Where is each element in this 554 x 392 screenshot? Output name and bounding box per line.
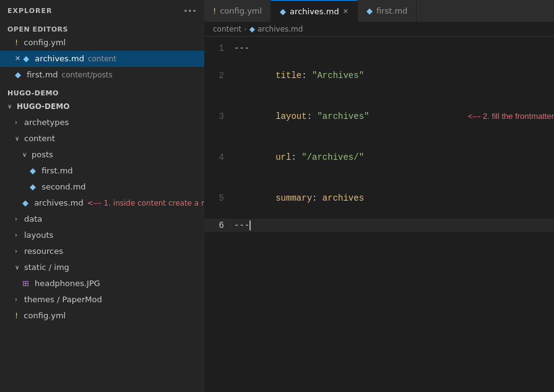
sidebar-item-second-md[interactable]: ◆ second.md bbox=[0, 179, 204, 195]
close-icon[interactable]: ✕ bbox=[15, 52, 20, 66]
open-editor-first-md[interactable]: ◆ first.md content/posts bbox=[0, 67, 204, 83]
code-line-4: 4 url: "/archives/" bbox=[204, 137, 554, 178]
layouts-label: layouts bbox=[24, 229, 53, 242]
chevron-right-icon: › bbox=[15, 229, 22, 242]
tab-first-md[interactable]: ◆ first.md bbox=[358, 0, 417, 22]
tab-first-md-label: first.md bbox=[376, 6, 407, 15]
sidebar-item-posts[interactable]: ∨ posts bbox=[0, 147, 204, 163]
key-summary: summary bbox=[275, 193, 312, 203]
tab-bar: ! config.yml ◆ archives.md ✕ ◆ first.md bbox=[204, 0, 554, 22]
open-editor-archives-md-path: content bbox=[88, 52, 116, 66]
key-url: url bbox=[275, 152, 291, 162]
key-layout: layout bbox=[275, 111, 306, 121]
tab-config-yml-label: config.yml bbox=[220, 6, 262, 15]
sidebar-item-content[interactable]: ∨ content bbox=[0, 131, 204, 147]
root-config-label: config.yml bbox=[21, 309, 66, 323]
md-icon: ◆ bbox=[22, 196, 28, 210]
code-line-3: 3 layout: "archives" <--- 2. fill the fr… bbox=[204, 96, 554, 137]
sidebar-item-archetypes[interactable]: › archetypes bbox=[0, 115, 204, 131]
sidebar-item-archives-md[interactable]: ◆ archives.md <--- 1. inside content cre… bbox=[0, 195, 204, 211]
tab-archives-md[interactable]: ◆ archives.md ✕ bbox=[271, 0, 358, 22]
md-icon: ◆ bbox=[30, 180, 36, 194]
chevron-right-icon: › bbox=[15, 116, 22, 129]
archives-md-label: archives.md bbox=[32, 196, 84, 210]
breadcrumb-sep: › bbox=[244, 25, 247, 33]
chevron-right-icon: › bbox=[15, 245, 22, 258]
chevron-down-icon: ∨ bbox=[15, 132, 22, 146]
warn-icon: ! bbox=[15, 309, 18, 323]
code-line-5: 5 summary: archives bbox=[204, 178, 554, 219]
line-num-4: 4 bbox=[204, 150, 234, 164]
line-num-2: 2 bbox=[204, 69, 234, 82]
line-num-5: 5 bbox=[204, 191, 234, 205]
editor-area: ! config.yml ◆ archives.md ✕ ◆ first.md … bbox=[204, 0, 554, 392]
md-tab-icon2: ◆ bbox=[366, 6, 373, 15]
sidebar-header: Explorer ··· bbox=[0, 0, 204, 22]
sidebar-header-icons: ··· bbox=[184, 5, 197, 17]
sidebar: Explorer ··· Open Editors ! config.yml ✕… bbox=[0, 0, 204, 392]
open-editor-config-yml-name: config.yml bbox=[21, 36, 66, 50]
code-editor[interactable]: 1 --- 2 title: "Archives" 3 layout: "arc… bbox=[204, 37, 554, 392]
sidebar-item-static-img[interactable]: ∨ static / img bbox=[0, 259, 204, 276]
chevron-right-icon: › bbox=[15, 293, 22, 307]
archetypes-label: archetypes bbox=[24, 116, 69, 129]
breadcrumb-content: content bbox=[213, 25, 241, 33]
cursor bbox=[249, 220, 251, 230]
sidebar-item-data[interactable]: › data bbox=[0, 211, 204, 227]
tab-archives-md-label: archives.md bbox=[290, 7, 339, 16]
md-tab-icon: ◆ bbox=[280, 7, 286, 16]
breadcrumb: content › ◆ archives.md bbox=[204, 22, 554, 37]
sidebar-item-root-config[interactable]: ! config.yml bbox=[0, 308, 204, 324]
line-num-6: 6 bbox=[204, 219, 234, 232]
img-icon: ⊞ bbox=[22, 277, 29, 290]
hugo-demo-root-label: HUGO-DEMO bbox=[17, 100, 69, 113]
line-content-4: url: "/archives/" bbox=[234, 137, 554, 178]
val-layout: "archives" bbox=[317, 111, 369, 121]
code-line-1: 1 --- bbox=[204, 41, 554, 55]
content-label: content bbox=[24, 132, 55, 146]
data-label: data bbox=[24, 212, 42, 226]
breadcrumb-md-icon: ◆ bbox=[249, 25, 255, 33]
warn-icon: ! bbox=[15, 36, 18, 50]
sidebar-item-resources[interactable]: › resources bbox=[0, 243, 204, 259]
open-editors-label: Open Editors bbox=[0, 22, 204, 35]
sidebar-item-first-md[interactable]: ◆ first.md bbox=[0, 163, 204, 179]
line-num-3: 3 bbox=[204, 110, 234, 123]
line-num-1: 1 bbox=[204, 41, 234, 55]
val-summary: archives bbox=[322, 193, 364, 203]
chevron-down-icon: ∨ bbox=[22, 148, 30, 162]
code-line-6: 6 --- bbox=[204, 219, 554, 232]
breadcrumb-archives-md: archives.md bbox=[258, 25, 303, 33]
sidebar-item-headphones[interactable]: ⊞ headphones.JPG bbox=[0, 276, 204, 292]
chevron-down-icon: ∨ bbox=[15, 261, 22, 274]
resources-label: resources bbox=[24, 245, 63, 258]
open-editor-first-md-name: first.md bbox=[24, 68, 58, 82]
md-icon: ◆ bbox=[23, 52, 29, 66]
headphones-label: headphones.JPG bbox=[32, 277, 100, 290]
sidebar-item-layouts[interactable]: › layouts bbox=[0, 227, 204, 243]
open-editor-archives-md[interactable]: ✕ ◆ archives.md content bbox=[0, 51, 204, 67]
line-content-6: --- bbox=[234, 219, 554, 232]
open-editor-archives-md-name: archives.md bbox=[32, 52, 84, 66]
warn-tab-icon: ! bbox=[213, 6, 216, 15]
open-editor-config-yml[interactable]: ! config.yml bbox=[0, 35, 204, 51]
tab-config-yml[interactable]: ! config.yml bbox=[204, 0, 271, 22]
val-url: "/archives/" bbox=[301, 152, 364, 162]
md-icon: ◆ bbox=[30, 164, 36, 178]
chevron-right-icon: › bbox=[15, 212, 22, 226]
chevron-down-icon: ∨ bbox=[7, 100, 15, 113]
second-md-label: second.md bbox=[39, 180, 86, 194]
tab-close-icon[interactable]: ✕ bbox=[343, 7, 348, 15]
sidebar-item-themes[interactable]: › themes / PaperMod bbox=[0, 292, 204, 308]
annotation-1: <--- 1. inside content create a markdn f… bbox=[87, 196, 204, 210]
more-icon[interactable]: ··· bbox=[184, 5, 197, 17]
md-icon: ◆ bbox=[15, 68, 21, 82]
key-title: title bbox=[275, 71, 301, 81]
line-content-3: layout: "archives" bbox=[234, 96, 456, 137]
code-line-2: 2 title: "Archives" bbox=[204, 55, 554, 96]
themes-label: themes / PaperMod bbox=[24, 293, 102, 307]
hugo-demo-label: HUGO-DEMO bbox=[0, 85, 204, 98]
line-content-5: summary: archives bbox=[234, 178, 554, 219]
first-md-label: first.md bbox=[39, 164, 73, 178]
sidebar-item-hugo-demo-root[interactable]: ∨ HUGO-DEMO bbox=[0, 98, 204, 115]
